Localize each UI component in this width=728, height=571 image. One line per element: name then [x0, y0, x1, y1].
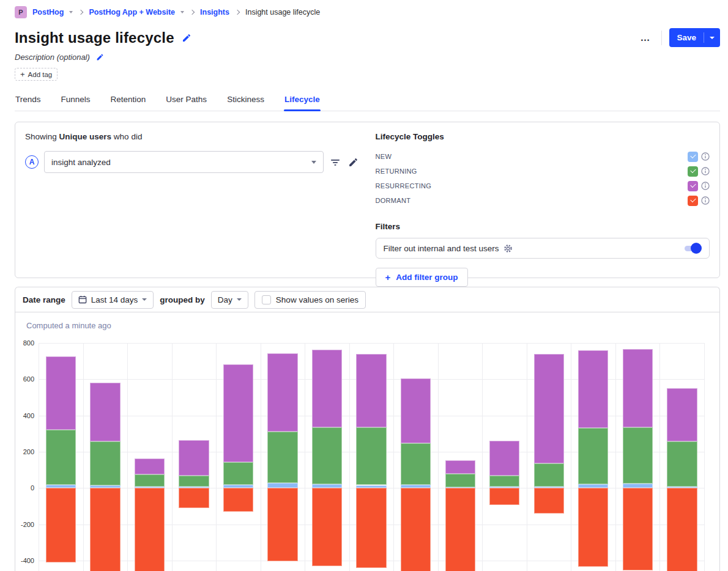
chart-toolbar: Date range Last 14 days grouped by Day S…: [15, 287, 719, 312]
bar-segment-returning[interactable]: [401, 443, 431, 485]
interval-select-button[interactable]: Day: [211, 291, 248, 309]
tab-user-paths[interactable]: User Paths: [165, 89, 207, 111]
bar-segment-dormant[interactable]: [401, 488, 431, 571]
pencil-icon: [96, 53, 104, 61]
bar-segment-dormant[interactable]: [179, 488, 209, 508]
bar-segment-returning[interactable]: [179, 476, 209, 487]
show-values-checkbox-button[interactable]: Show values on series: [254, 291, 366, 309]
chevron-down-icon[interactable]: [180, 11, 184, 13]
bar-segment-returning[interactable]: [534, 463, 564, 487]
bar-segment-new[interactable]: [623, 484, 653, 488]
bar-segment-returning[interactable]: [312, 427, 342, 484]
bar-segment-returning[interactable]: [445, 474, 475, 487]
bar-segment-resurrecting[interactable]: [135, 459, 165, 474]
bar-segment-returning[interactable]: [46, 430, 76, 485]
info-icon[interactable]: [701, 196, 710, 205]
bar-segment-resurrecting[interactable]: [534, 354, 564, 463]
bar-segment-returning[interactable]: [578, 428, 608, 484]
event-select[interactable]: insight analyzed: [44, 151, 324, 173]
breadcrumb-item-project[interactable]: PostHog: [32, 8, 64, 17]
bar-segment-dormant[interactable]: [489, 488, 519, 505]
filter-series-button[interactable]: [329, 156, 341, 168]
add-filter-group-button[interactable]: + Add filter group: [376, 268, 468, 287]
tab-retention[interactable]: Retention: [110, 89, 147, 111]
plus-icon: +: [385, 273, 391, 282]
bar-segment-resurrecting[interactable]: [667, 388, 697, 441]
breadcrumb-item-app[interactable]: PostHog App + Website: [89, 8, 175, 17]
bar-segment-dormant[interactable]: [445, 488, 475, 571]
info-icon[interactable]: [701, 152, 710, 161]
edit-title-button[interactable]: [182, 33, 191, 43]
more-options-button[interactable]: …: [636, 31, 654, 45]
lifecycle-plot: 8006004002000-200-400: [39, 343, 705, 571]
bar-segment-returning[interactable]: [135, 474, 165, 487]
filter-toggle-switch[interactable]: [683, 243, 702, 254]
tab-funnels[interactable]: Funnels: [61, 89, 91, 111]
bar-segment-dormant[interactable]: [578, 488, 608, 567]
posthog-logo[interactable]: P: [15, 6, 27, 18]
info-icon[interactable]: [701, 167, 710, 175]
bar-segment-resurrecting[interactable]: [356, 354, 386, 427]
checkbox-dormant[interactable]: [688, 196, 698, 206]
bar-segment-resurrecting[interactable]: [401, 378, 431, 443]
bar-segment-resurrecting[interactable]: [46, 356, 76, 430]
bar-segment-resurrecting[interactable]: [489, 441, 519, 476]
insight-type-tabs: Trends Funnels Retention User Paths Stic…: [15, 89, 720, 111]
checkbox-resurrecting[interactable]: [688, 181, 698, 191]
bar-segment-resurrecting[interactable]: [267, 353, 297, 432]
toggle-row-returning: RETURNING: [376, 164, 710, 179]
bar-segment-returning[interactable]: [667, 441, 697, 487]
bar-segment-returning[interactable]: [223, 462, 253, 485]
toggle-row-new: NEW: [376, 149, 710, 164]
bar-segment-new[interactable]: [267, 483, 297, 488]
chevron-down-icon[interactable]: [69, 11, 73, 13]
checkbox-unchecked: [262, 295, 271, 304]
bar-segment-dormant[interactable]: [356, 488, 386, 567]
chart-columns: [39, 343, 705, 571]
gear-icon[interactable]: [503, 244, 513, 253]
series-letter-badge[interactable]: A: [25, 155, 39, 169]
bar-segment-resurrecting[interactable]: [312, 350, 342, 427]
edit-description-button[interactable]: [96, 53, 104, 61]
bar-segment-dormant[interactable]: [267, 488, 297, 561]
tab-trends[interactable]: Trends: [15, 89, 42, 111]
bar-segment-dormant[interactable]: [623, 488, 653, 570]
breadcrumb-item-insights[interactable]: Insights: [200, 8, 229, 17]
bar-segment-dormant[interactable]: [46, 488, 76, 562]
tab-stickiness[interactable]: Stickiness: [226, 89, 265, 111]
date-range-button[interactable]: Last 14 days: [72, 291, 154, 309]
bar-segment-dormant[interactable]: [135, 488, 165, 571]
bar-segment-resurrecting[interactable]: [179, 440, 209, 476]
bar-segment-dormant[interactable]: [312, 488, 342, 566]
bar-segment-resurrecting[interactable]: [90, 383, 120, 441]
bar-segment-resurrecting[interactable]: [445, 460, 475, 474]
checkbox-returning[interactable]: [688, 166, 698, 177]
computed-status-text: Computed a minute ago: [26, 321, 712, 330]
bar-segment-dormant[interactable]: [667, 488, 697, 571]
bar-segment-dormant[interactable]: [534, 488, 564, 514]
interval-value: Day: [218, 295, 232, 304]
bar-segment-dormant[interactable]: [223, 488, 253, 512]
info-icon[interactable]: [701, 182, 710, 190]
filter-row-label: Filter out internal and test users: [384, 244, 499, 253]
bar-segment-resurrecting[interactable]: [578, 350, 608, 428]
date-range-value: Last 14 days: [91, 295, 138, 304]
bar-segment-dormant[interactable]: [90, 488, 120, 571]
bar-segment-returning[interactable]: [356, 427, 386, 485]
chart-column: [173, 343, 217, 571]
bar-segment-returning[interactable]: [90, 441, 120, 485]
calendar-icon: [78, 295, 87, 304]
tab-lifecycle[interactable]: Lifecycle: [284, 89, 321, 111]
bar-segment-resurrecting[interactable]: [623, 349, 653, 427]
save-button[interactable]: Save: [669, 28, 720, 47]
bar-segment-returning[interactable]: [267, 432, 297, 483]
bar-segment-returning[interactable]: [489, 476, 519, 487]
bar-segment-resurrecting[interactable]: [223, 364, 253, 462]
bar-segment-returning[interactable]: [623, 427, 653, 484]
checkbox-new[interactable]: [688, 152, 698, 162]
save-dropdown-button[interactable]: [704, 37, 720, 39]
breadcrumb: P PostHog PostHog App + Website Insights…: [15, 5, 720, 20]
chevron-down-icon: [237, 298, 242, 301]
add-tag-button[interactable]: + Add tag: [15, 68, 58, 81]
edit-series-button[interactable]: [347, 156, 360, 169]
